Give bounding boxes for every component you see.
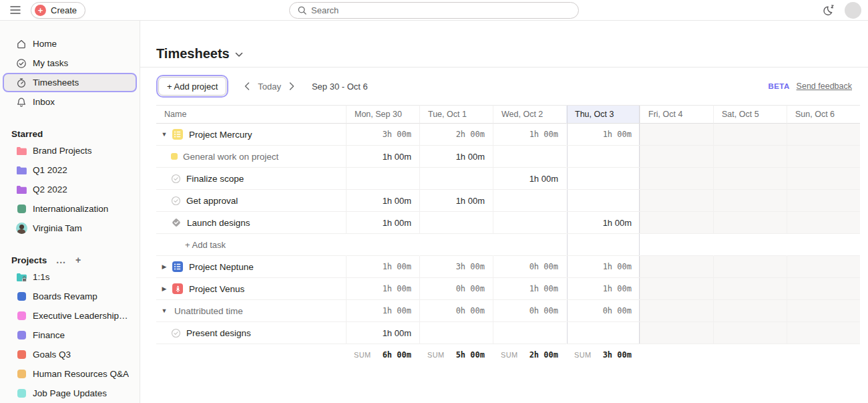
timesheet-cell-unattributed-time-day-3[interactable]: 0h 00m bbox=[566, 300, 640, 322]
row-name--add-task[interactable]: + Add task bbox=[156, 234, 346, 256]
timesheet-cell-project-neptune-day-5[interactable] bbox=[713, 256, 787, 278]
timesheet-cell-present-designs-day-2[interactable] bbox=[493, 322, 566, 344]
row-name-unattributed-time[interactable]: ▼Unattributed time bbox=[156, 300, 346, 322]
timesheet-cell-general-work-on-project-day-0[interactable]: 1h 00m bbox=[346, 146, 419, 168]
timesheet-cell-general-work-on-project-day-6[interactable] bbox=[787, 146, 860, 168]
projects-add-icon[interactable]: + bbox=[75, 255, 81, 265]
timesheet-cell-finalize-scope-day-2[interactable]: 1h 00m bbox=[493, 168, 566, 190]
row-name-finalize-scope[interactable]: Finalize scope bbox=[156, 168, 346, 190]
timesheet-cell-project-mercury-day-4[interactable] bbox=[640, 124, 713, 146]
timesheet-cell-project-mercury-day-1[interactable]: 2h 00m bbox=[419, 124, 493, 146]
timesheet-cell-unattributed-time-day-6[interactable] bbox=[787, 300, 860, 322]
starred-item-virginia-tam[interactable]: Virginia Tam bbox=[3, 219, 137, 238]
timesheet-cell-get-approval-day-2[interactable] bbox=[493, 190, 566, 212]
timesheet-cell-project-mercury-day-3[interactable]: 1h 00m bbox=[566, 124, 640, 146]
starred-item-q1-2022[interactable]: Q1 2022 bbox=[3, 160, 137, 180]
timesheet-cell-project-neptune-day-0[interactable]: 1h 00m bbox=[346, 256, 419, 278]
timesheet-cell-project-neptune-day-1[interactable]: 3h 00m bbox=[419, 256, 493, 278]
timesheet-cell-project-venus-day-0[interactable]: 1h 00m bbox=[346, 278, 419, 300]
timesheet-cell--add-task-day-4[interactable] bbox=[640, 234, 713, 256]
do-not-disturb-button[interactable] bbox=[823, 4, 837, 16]
timesheet-cell-finalize-scope-day-0[interactable] bbox=[346, 168, 419, 190]
starred-item-brand-projects[interactable]: Brand Projects bbox=[3, 141, 137, 160]
timesheet-cell-launch-designs-day-4[interactable] bbox=[640, 212, 713, 234]
timesheet-cell-finalize-scope-day-4[interactable] bbox=[640, 168, 713, 190]
timesheet-cell-project-mercury-day-2[interactable]: 1h 00m bbox=[493, 124, 566, 146]
timesheet-cell-unattributed-time-day-4[interactable] bbox=[640, 300, 713, 322]
timesheet-cell--add-task-day-2[interactable] bbox=[493, 234, 566, 256]
timesheet-cell-present-designs-day-6[interactable] bbox=[787, 322, 860, 344]
project-item-finance[interactable]: Finance bbox=[3, 325, 137, 345]
timesheet-cell-launch-designs-day-5[interactable] bbox=[713, 212, 787, 234]
timesheet-cell-finalize-scope-day-6[interactable] bbox=[787, 168, 860, 190]
timesheet-cell-project-neptune-day-2[interactable]: 0h 00m bbox=[493, 256, 566, 278]
project-item-human-resources-q-a[interactable]: Human Resources Q&A bbox=[3, 364, 137, 384]
sidebar-item-inbox[interactable]: Inbox bbox=[3, 92, 137, 112]
timesheet-cell-launch-designs-day-2[interactable] bbox=[493, 212, 566, 234]
row-name-project-venus[interactable]: ▶Project Venus bbox=[156, 278, 346, 300]
timesheet-cell--add-task-day-5[interactable] bbox=[713, 234, 787, 256]
add-project-button[interactable]: + Add project bbox=[158, 77, 226, 96]
project-item-job-page-updates[interactable]: Job Page Updates bbox=[3, 384, 137, 403]
timesheet-cell-general-work-on-project-day-4[interactable] bbox=[640, 146, 713, 168]
timesheet-cell-present-designs-day-4[interactable] bbox=[640, 322, 713, 344]
sidebar-item-timesheets[interactable]: Timesheets bbox=[3, 73, 137, 92]
project-item-executive-leadership-gr-[interactable]: Executive Leadership Gr... bbox=[3, 306, 137, 325]
timesheet-cell-unattributed-time-day-2[interactable]: 0h 00m bbox=[493, 300, 566, 322]
sidebar-item-home[interactable]: Home bbox=[3, 34, 137, 53]
title-menu-button[interactable] bbox=[235, 52, 243, 57]
user-avatar[interactable] bbox=[845, 2, 861, 19]
timesheet-cell-get-approval-day-3[interactable] bbox=[566, 190, 640, 212]
today-button[interactable]: Today bbox=[258, 82, 281, 92]
timesheet-cell-finalize-scope-day-5[interactable] bbox=[713, 168, 787, 190]
timesheet-cell-launch-designs-day-1[interactable] bbox=[419, 212, 493, 234]
timesheet-cell-present-designs-day-1[interactable] bbox=[419, 322, 493, 344]
timesheet-cell-present-designs-day-0[interactable]: 1h 00m bbox=[346, 322, 419, 344]
sidebar-toggle-icon[interactable] bbox=[7, 3, 24, 17]
row-name-launch-designs[interactable]: Launch designs bbox=[156, 212, 346, 234]
project-item-boards-revamp[interactable]: Boards Revamp bbox=[3, 287, 137, 306]
starred-item-q2-2022[interactable]: Q2 2022 bbox=[3, 180, 137, 199]
timesheet-cell-unattributed-time-day-5[interactable] bbox=[713, 300, 787, 322]
expander-icon[interactable]: ▶ bbox=[160, 263, 168, 270]
timesheet-cell-get-approval-day-5[interactable] bbox=[713, 190, 787, 212]
timesheet-cell-project-venus-day-2[interactable]: 1h 00m bbox=[493, 278, 566, 300]
timesheet-cell-unattributed-time-day-1[interactable]: 0h 00m bbox=[419, 300, 493, 322]
timesheet-cell-get-approval-day-6[interactable] bbox=[787, 190, 860, 212]
next-week-button[interactable] bbox=[286, 80, 297, 93]
timesheet-cell-project-venus-day-4[interactable] bbox=[640, 278, 713, 300]
row-name-project-neptune[interactable]: ▶Project Neptune bbox=[156, 256, 346, 278]
timesheet-cell-project-venus-day-3[interactable]: 1h 00m bbox=[566, 278, 640, 300]
timesheet-cell-launch-designs-day-6[interactable] bbox=[787, 212, 860, 234]
timesheet-cell-launch-designs-day-0[interactable]: 1h 00m bbox=[346, 212, 419, 234]
timesheet-cell-project-venus-day-5[interactable] bbox=[713, 278, 787, 300]
timesheet-cell-project-mercury-day-6[interactable] bbox=[787, 124, 860, 146]
project-item-goals-q3[interactable]: Goals Q3 bbox=[3, 345, 137, 364]
row-name-project-mercury[interactable]: ▼Project Mercury bbox=[156, 124, 346, 146]
timesheet-cell-unattributed-time-day-0[interactable]: 1h 00m bbox=[346, 300, 419, 322]
search-input[interactable]: Search bbox=[289, 2, 579, 19]
timesheet-cell--add-task-day-6[interactable] bbox=[787, 234, 860, 256]
row-name-present-designs[interactable]: Present designs bbox=[156, 322, 346, 344]
timesheet-cell-project-neptune-day-4[interactable] bbox=[640, 256, 713, 278]
expander-icon[interactable]: ▼ bbox=[160, 307, 168, 314]
timesheet-cell--add-task-day-1[interactable] bbox=[419, 234, 493, 256]
timesheet-cell-general-work-on-project-day-5[interactable] bbox=[713, 146, 787, 168]
timesheet-cell-project-neptune-day-3[interactable]: 1h 00m bbox=[566, 256, 640, 278]
timesheet-cell-finalize-scope-day-1[interactable] bbox=[419, 168, 493, 190]
timesheet-cell-get-approval-day-1[interactable]: 1h 00m bbox=[419, 190, 493, 212]
create-button[interactable]: + Create bbox=[31, 2, 85, 19]
project-item-1-1s[interactable]: 1:1s bbox=[3, 267, 137, 287]
timesheet-cell-project-mercury-day-5[interactable] bbox=[713, 124, 787, 146]
timesheet-cell-project-venus-day-6[interactable] bbox=[787, 278, 860, 300]
expander-icon[interactable]: ▼ bbox=[160, 131, 168, 138]
row-name-general-work-on-project[interactable]: General work on project bbox=[156, 146, 346, 168]
send-feedback-link[interactable]: Send feedback bbox=[797, 82, 852, 91]
timesheet-cell-launch-designs-day-3[interactable]: 1h 00m bbox=[566, 212, 640, 234]
expander-icon[interactable]: ▶ bbox=[160, 285, 168, 292]
timesheet-cell-get-approval-day-0[interactable]: 1h 00m bbox=[346, 190, 419, 212]
timesheet-cell-project-neptune-day-6[interactable] bbox=[787, 256, 860, 278]
timesheet-cell--add-task-day-3[interactable] bbox=[566, 234, 640, 256]
timesheet-cell--add-task-day-0[interactable] bbox=[346, 234, 419, 256]
timesheet-cell-present-designs-day-5[interactable] bbox=[713, 322, 787, 344]
